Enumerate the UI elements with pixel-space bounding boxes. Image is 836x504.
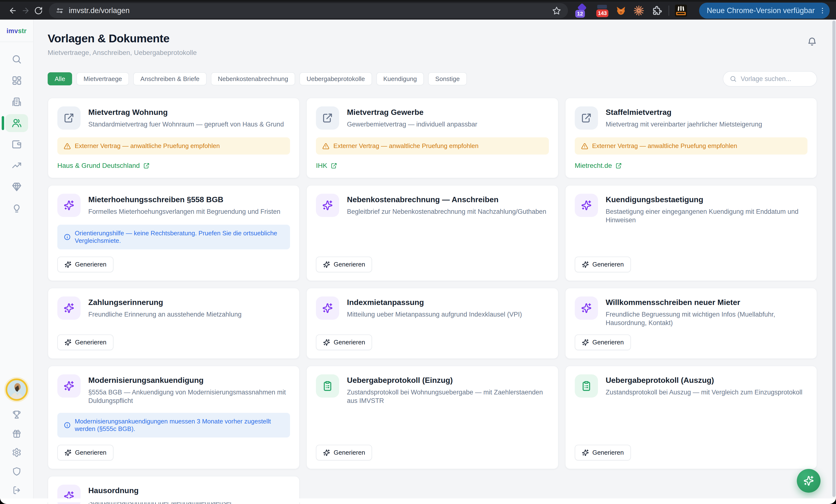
banner-text: Modernisierungsankuendigungen muessen 3 …: [75, 418, 284, 433]
sidebar-item-ideas[interactable]: [5, 199, 28, 217]
template-card-staffelmietvertrag[interactable]: StaffelmietvertragMietvertrag mit verein…: [565, 98, 817, 178]
browser-back-button[interactable]: [6, 4, 19, 17]
alert-triangle-icon: [322, 142, 329, 150]
shield-icon: [12, 466, 21, 476]
banner-text: Externer Vertrag — anwaltliche Pruefung …: [333, 142, 478, 150]
template-card-modernisierungsankuendigung: Modernisierungsankuendigung§555a BGB — A…: [48, 366, 300, 469]
search-input[interactable]: [740, 75, 810, 83]
browser-forward-button[interactable]: [19, 4, 32, 17]
sidebar-item-settings[interactable]: [10, 445, 24, 460]
clipboard-icon: [322, 381, 333, 391]
address-bar[interactable]: imvstr.de/vorlagen: [49, 3, 568, 18]
card-footer: IHK: [316, 155, 549, 170]
external-source-link-haus-grund-deutschland[interactable]: Haus & Grund Deutschland: [57, 162, 150, 170]
app-logo[interactable]: imvstr: [6, 27, 26, 35]
ai-generate-fab[interactable]: [797, 469, 820, 492]
generate-button[interactable]: Generieren: [57, 334, 113, 350]
main-content: Vorlagen & Dokumente Mietvertraege, Ansc…: [34, 20, 836, 502]
external-source-link-mietrecht-de[interactable]: Mietrecht.de: [575, 162, 622, 170]
sidebar-item-security[interactable]: [10, 464, 24, 479]
stack-logo-icon: [597, 5, 607, 9]
extension-red-icon[interactable]: 143: [595, 4, 609, 18]
link-label: Haus & Grund Deutschland: [57, 162, 140, 170]
card-header: Modernisierungsankuendigung§555a BGB — A…: [57, 374, 290, 405]
clipboard-tile: [575, 374, 598, 398]
extension-purple-icon[interactable]: 12: [575, 4, 589, 18]
browser-menu-icon[interactable]: [819, 7, 826, 15]
logo-suffix: str: [18, 27, 26, 35]
sidebar-item-logout[interactable]: [10, 483, 24, 498]
sidebar: imvstr: [0, 20, 34, 502]
gem-icon: [12, 182, 22, 192]
filter-chip-alle[interactable]: Alle: [48, 72, 72, 85]
filter-chip-uebergabeprotokolle[interactable]: Uebergabeprotokolle: [300, 72, 372, 85]
extensions-area: 12 143 Neue Chrome-Version verfügbar: [575, 3, 830, 19]
page-scrollbar[interactable]: [832, 21, 836, 497]
sidebar-item-tenants[interactable]: [5, 114, 28, 132]
starburst-extension-icon[interactable]: [633, 5, 645, 17]
sparkles-icon: [63, 381, 75, 391]
sparkles-icon: [64, 339, 72, 346]
generate-button[interactable]: Generieren: [57, 445, 113, 461]
template-card-mietvertrag-gewerbe[interactable]: Mietvertrag GewerbeGewerbemietvertrag — …: [306, 98, 558, 178]
page-title: Vorlagen & Dokumente: [48, 32, 197, 45]
banner-text: Externer Vertrag — anwaltliche Pruefung …: [75, 142, 220, 150]
chrome-update-button[interactable]: Neue Chrome-Version verfügbar: [699, 3, 830, 19]
browser-reload-button[interactable]: [32, 4, 45, 17]
extensions-puzzle-icon[interactable]: [651, 5, 663, 17]
card-footer: Generieren: [57, 438, 290, 461]
sidebar-item-properties[interactable]: [5, 93, 28, 111]
sparkles-tile: [57, 374, 80, 398]
info-icon: [64, 233, 71, 240]
generate-button[interactable]: Generieren: [316, 257, 372, 272]
template-card-willkommensschreiben-neuer-mieter: Willkommensschreiben neuer MieterFreundl…: [565, 288, 817, 359]
card-footer: Generieren: [575, 438, 808, 461]
page-subtitle: Mietvertraege, Anschreiben, Uebergabepro…: [48, 49, 197, 57]
url-text[interactable]: imvstr.de/vorlagen: [69, 6, 547, 15]
card-description: §555a BGB — Ankuendigung von Modernisier…: [88, 388, 290, 405]
generate-button[interactable]: Generieren: [316, 334, 372, 350]
template-card-kuendigungsbestaetigung: KuendigungsbestaetigungBestaetigung eine…: [565, 185, 817, 281]
bookmark-star-icon[interactable]: [552, 6, 561, 15]
generate-label: Generieren: [592, 261, 624, 268]
card-header: Mieterhoehungsschreiben §558 BGBFormelle…: [57, 194, 290, 217]
filter-chip-nebenkostenabrechnung[interactable]: Nebenkostenabrechnung: [211, 72, 296, 85]
generate-button[interactable]: Generieren: [575, 334, 631, 350]
warning-banner: Externer Vertrag — anwaltliche Pruefung …: [57, 137, 290, 155]
card-header: Mietvertrag WohnungStandardmietvertrag f…: [57, 106, 290, 130]
template-search[interactable]: [723, 71, 817, 86]
external-source-link-ihk[interactable]: IHK: [316, 162, 337, 170]
card-description: Mitteilung ueber Mietanpassung aufgrund …: [347, 310, 522, 319]
sidebar-item-rewards[interactable]: [10, 426, 24, 441]
card-description: Mietvertrag mit vereinbarter jaehrlicher…: [606, 120, 762, 129]
external-link-icon: [63, 113, 75, 123]
template-card-mietvertrag-wohnung[interactable]: Mietvertrag WohnungStandardmietvertrag f…: [48, 98, 300, 178]
metamask-fox-icon[interactable]: [615, 5, 627, 17]
generate-button[interactable]: Generieren: [575, 445, 631, 461]
template-card-uebergabeprotokoll-auszug: Uebergabeprotokoll (Auszug)Zustandsproto…: [565, 366, 817, 469]
user-avatar[interactable]: [5, 379, 28, 401]
filter-chip-anschreiben-briefe[interactable]: Anschreiben & Briefe: [133, 72, 206, 85]
browser-profile-avatar[interactable]: [675, 5, 687, 17]
card-footer: Generieren: [57, 327, 290, 350]
sidebar-item-analytics[interactable]: [5, 157, 28, 175]
card-header: StaffelmietvertragMietvertrag mit verein…: [575, 106, 808, 130]
filter-chip-sonstige[interactable]: Sonstige: [428, 72, 467, 85]
notifications-button[interactable]: [807, 37, 817, 47]
sparkles-tile: [57, 194, 80, 217]
template-card-zahlungserinnerung: ZahlungserinnerungFreundliche Erinnerung…: [48, 288, 300, 359]
sidebar-item-search[interactable]: [5, 50, 28, 68]
sidebar-item-premium[interactable]: [5, 178, 28, 196]
filter-chip-kuendigung[interactable]: Kuendigung: [376, 72, 424, 85]
generate-button[interactable]: Generieren: [57, 257, 113, 272]
sidebar-item-dashboard[interactable]: [5, 72, 28, 90]
filter-chip-mietvertraege[interactable]: Mietvertraege: [76, 72, 129, 85]
generate-button[interactable]: Generieren: [316, 445, 372, 461]
generate-button[interactable]: Generieren: [575, 257, 631, 272]
chrome-update-label: Neue Chrome-Version verfügbar: [707, 6, 815, 15]
card-description: Formelles Mieterhoehungsverlangen mit Be…: [88, 208, 280, 216]
card-description: Freundliche Erinnerung an ausstehende Mi…: [88, 310, 242, 319]
sidebar-item-finances[interactable]: [5, 135, 28, 153]
site-settings-icon[interactable]: [56, 6, 64, 15]
sidebar-item-achievements[interactable]: [10, 407, 24, 422]
